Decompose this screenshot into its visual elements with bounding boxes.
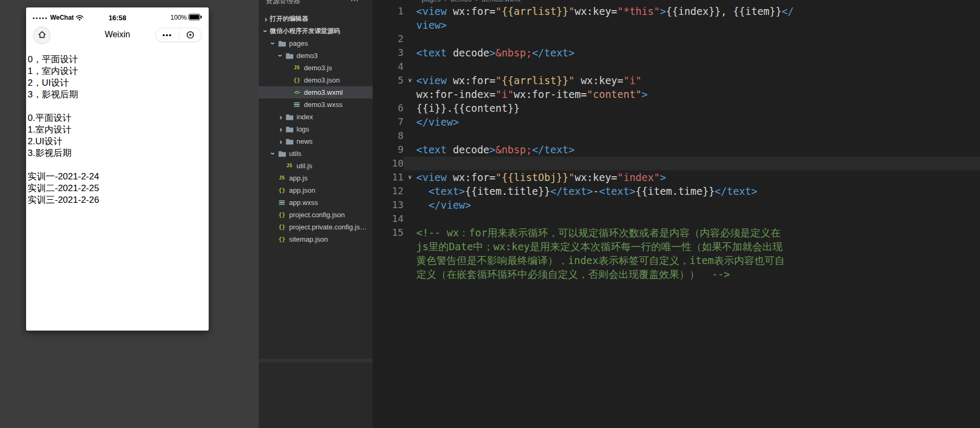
tree-item[interactable]: {}app.json	[259, 184, 373, 196]
explorer-section[interactable]: ›打开的编辑器	[259, 13, 373, 25]
chevron-right-icon[interactable]: ›	[277, 125, 285, 133]
exit-circle-button[interactable]	[186, 30, 195, 39]
code-row[interactable]: 6{{i}}.{{content}}	[373, 101, 980, 115]
code-line-text: 黄色警告但是不影响最终编译），index表示标签可自定义，item表示内容也可自	[416, 253, 785, 267]
phone-text-line: 2.UI设计	[28, 136, 207, 147]
gutter-spacer	[403, 226, 416, 240]
code-row[interactable]: 3<text decode>&nbsp;</text>	[373, 46, 980, 60]
tree-item[interactable]: {}project.config.json	[259, 209, 373, 221]
line-number: 11	[373, 170, 403, 184]
code-row[interactable]: wx:for-index="i"wx:for-item="content">	[373, 87, 980, 101]
battery-percent: 100%	[170, 14, 187, 21]
tree-item-label: app.js	[289, 174, 308, 182]
chevron-right-icon[interactable]: ›	[262, 15, 270, 23]
code-row[interactable]: 12 <text>{{item.title}}</text>-<text>{{i…	[373, 184, 980, 198]
chevron-right-icon[interactable]: ›	[277, 137, 285, 145]
line-number	[373, 18, 403, 32]
tree-item[interactable]: ›demo3	[259, 50, 373, 62]
code-row[interactable]: 2	[373, 32, 980, 46]
code-row[interactable]: 15<!-- wx：for用来表示循环，可以规定循环次数或者是内容（内容必须是定…	[373, 226, 980, 240]
phone-text-line: 实训三-2021-2-26	[28, 194, 207, 206]
code-row[interactable]: 7</view>	[373, 115, 980, 129]
gutter-spacer	[403, 212, 416, 226]
code-row[interactable]: 8	[373, 129, 980, 143]
carrier-label: WeChat	[50, 14, 73, 21]
code-row[interactable]: 1<view wx:for="{{arrlist}}"wx:key="*this…	[373, 4, 980, 18]
signal-dots-icon: ●●●●●	[32, 16, 48, 20]
line-number: 10	[373, 157, 403, 170]
phone-text-line: 实训二-2021-2-25	[28, 183, 207, 194]
explorer-scrollbar[interactable]	[259, 359, 373, 363]
tree-item[interactable]: JSutil.js	[259, 160, 373, 172]
code-row[interactable]: 11∨<view wx:for="{{listObj}}"wx:key="ind…	[373, 170, 980, 184]
tree-item[interactable]: {}demo3.json	[259, 74, 373, 86]
tree-item-label: app.json	[289, 186, 315, 194]
tree-item-label: index	[297, 113, 313, 121]
phone-preview: ●●●●● WeChat 16:58 100%	[26, 7, 209, 331]
more-menu-button[interactable]: •••	[162, 31, 172, 38]
line-number: 8	[373, 129, 403, 143]
code-row[interactable]: 定义（在嵌套循环循环中必须自定义，否则会出现覆盖效果）） -->	[373, 267, 980, 281]
code-line-text: <view wx:for="{{listObj}}"wx:key="index"…	[416, 170, 666, 184]
code-row[interactable]: 4	[373, 60, 980, 73]
code-area[interactable]: 1<view wx:for="{{arrlist}}"wx:key="*this…	[373, 0, 980, 428]
explorer-section[interactable]: ›微信小程序开发课堂源码	[259, 25, 373, 37]
chevron-down-icon[interactable]: ›	[262, 27, 270, 35]
phone-content: 0，平面设计1，室内设计2，UI设计3，影视后期 0.平面设计1.室内设计2.U…	[26, 50, 209, 206]
chevron-down-icon[interactable]: ›	[269, 150, 277, 158]
file-explorer: 资源管理器 ⋯ ›打开的编辑器›微信小程序开发课堂源码›pages›demo3J…	[259, 0, 373, 428]
fold-chevron-icon[interactable]: ∨	[403, 170, 416, 184]
tree-item[interactable]: {}project.private.config.js…	[259, 221, 373, 233]
phone-text-line: 0.平面设计	[28, 112, 207, 124]
code-line-text: 定义（在嵌套循环循环中必须自定义，否则会出现覆盖效果）） -->	[416, 267, 730, 281]
tree-item-label: demo3	[297, 52, 318, 60]
code-row[interactable]: 9<text decode>&nbsp;</text>	[373, 143, 980, 157]
tree-item[interactable]: JSapp.js	[259, 172, 373, 184]
chevron-right-icon[interactable]: ›	[277, 113, 285, 121]
capsule-divider	[179, 30, 179, 39]
explorer-header: 资源管理器 ⋯	[259, 0, 373, 13]
tree-item[interactable]: {}sitemap.json	[259, 233, 373, 245]
tree-item[interactable]: ›index	[259, 111, 373, 123]
code-line-text: js里的Date中；wx:key是用来定义本次循环每一行的唯一性（如果不加就会出…	[416, 240, 783, 253]
tree-item-label: demo3.json	[304, 76, 340, 84]
code-row[interactable]: 13 </view>	[373, 198, 980, 212]
line-number	[373, 253, 403, 267]
tree-item[interactable]: demo3.wxss	[259, 98, 373, 111]
phone-text-line: 实训一-2021-2-24	[28, 171, 207, 183]
file-tree: ›打开的编辑器›微信小程序开发课堂源码›pages›demo3JSdemo3.j…	[259, 13, 373, 245]
battery-icon	[188, 14, 202, 22]
code-row[interactable]: 5∨<view wx:for="{{arrlist}}" wx:key="i"	[373, 73, 980, 87]
json-file-icon: {}	[277, 236, 286, 242]
tree-item[interactable]: ›utils	[259, 147, 373, 160]
capsule-menu: •••	[155, 28, 202, 42]
json-file-icon: {}	[277, 212, 286, 218]
phone-text-line: 1.室内设计	[28, 124, 207, 136]
line-number: 9	[373, 143, 403, 157]
tree-item[interactable]: ›news	[259, 135, 373, 147]
code-row[interactable]: 14	[373, 212, 980, 226]
tree-item[interactable]: ›pages	[259, 37, 373, 50]
line-number	[373, 267, 403, 281]
tree-item-label: pages	[289, 39, 308, 47]
line-number: 4	[373, 60, 403, 73]
chevron-down-icon[interactable]: ›	[269, 39, 277, 47]
tree-item[interactable]: ›logs	[259, 123, 373, 135]
code-row[interactable]: js里的Date中；wx:key是用来定义本次循环每一行的唯一性（如果不加就会出…	[373, 240, 980, 253]
code-row[interactable]: view>	[373, 18, 980, 32]
wxss-file-icon	[292, 101, 301, 108]
tree-item[interactable]: <>demo3.wxml	[259, 86, 373, 98]
json-file-icon: {}	[292, 77, 301, 83]
line-number: 12	[373, 184, 403, 198]
gutter-spacer	[403, 32, 416, 46]
code-row[interactable]: 10	[373, 157, 980, 170]
fold-chevron-icon[interactable]: ∨	[403, 73, 416, 87]
folder-icon	[285, 126, 294, 133]
code-line-text: wx:for-index="i"wx:for-item="content">	[416, 87, 648, 101]
gutter-spacer	[403, 198, 416, 212]
code-row[interactable]: 黄色警告但是不影响最终编译），index表示标签可自定义，item表示内容也可自	[373, 253, 980, 267]
explorer-more-button[interactable]: ⋯	[350, 0, 359, 5]
tree-item[interactable]: app.wxss	[259, 196, 373, 209]
chevron-down-icon[interactable]: ›	[277, 52, 285, 60]
tree-item[interactable]: JSdemo3.js	[259, 62, 373, 74]
